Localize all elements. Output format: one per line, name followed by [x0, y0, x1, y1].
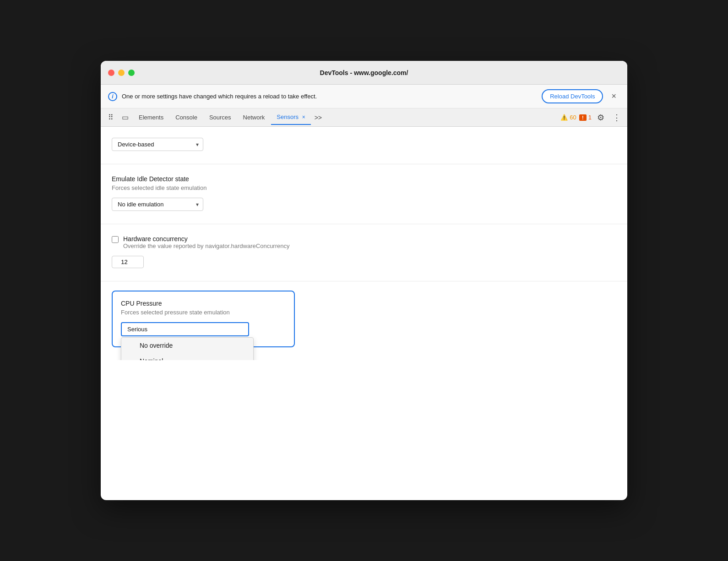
- location-dropdown-wrapper: Device-based Custom location No override…: [112, 138, 203, 151]
- settings-button[interactable]: ⚙: [594, 111, 607, 124]
- cpu-pressure-section: CPU Pressure Forces selected pressure st…: [101, 281, 627, 360]
- idle-detector-title: Emulate Idle Detector state: [112, 175, 616, 183]
- hardware-concurrency-section: Hardware concurrency Override the value …: [101, 224, 627, 281]
- hardware-concurrency-label-group: Hardware concurrency Override the value …: [123, 235, 289, 249]
- title-bar: DevTools - www.google.com/: [101, 61, 627, 85]
- cpu-pressure-box: CPU Pressure Forces selected pressure st…: [112, 291, 295, 347]
- error-square-icon: !: [579, 114, 587, 121]
- hardware-concurrency-input[interactable]: 12: [112, 256, 144, 268]
- devtools-window: DevTools - www.google.com/ i One or more…: [101, 61, 627, 500]
- warning-count: 60: [570, 114, 576, 121]
- hardware-concurrency-label: Hardware concurrency: [123, 235, 289, 243]
- notification-message: One or more settings have changed which …: [122, 93, 537, 100]
- tab-sensors-close[interactable]: ×: [302, 114, 305, 120]
- content-area: Device-based Custom location No override…: [101, 127, 627, 360]
- minimize-window-button[interactable]: [118, 70, 125, 76]
- idle-detector-desc: Forces selected idle state emulation: [112, 184, 616, 191]
- notification-close-button[interactable]: ×: [608, 90, 620, 103]
- nominal-label: Nominal: [140, 357, 163, 360]
- cpu-pressure-dropdown-menu: No override Nominal Fair ✓ Serious: [121, 337, 254, 360]
- hardware-concurrency-row: Hardware concurrency Override the value …: [112, 235, 616, 249]
- tab-console[interactable]: Console: [170, 110, 203, 124]
- idle-detector-dropdown[interactable]: No idle emulation Active, Locked Active,…: [112, 198, 203, 211]
- dropdown-item-no-override[interactable]: No override: [121, 338, 253, 353]
- reload-devtools-button[interactable]: Reload DevTools: [542, 89, 603, 103]
- location-dropdown[interactable]: Device-based Custom location No override: [112, 138, 203, 151]
- idle-dropdown-wrapper: No idle emulation Active, Locked Active,…: [112, 198, 203, 211]
- cpu-pressure-dropdown[interactable]: Serious: [121, 322, 249, 336]
- errors-button[interactable]: ! 1: [579, 114, 592, 121]
- tab-bar-right: ⚠️ 60 ! 1 ⚙ ⋮: [560, 111, 624, 124]
- cpu-pressure-title: CPU Pressure: [121, 300, 286, 307]
- tab-network[interactable]: Network: [238, 110, 271, 124]
- info-icon: i: [108, 92, 117, 101]
- dropdown-item-nominal[interactable]: Nominal: [121, 353, 253, 360]
- window-controls: [108, 70, 135, 76]
- maximize-window-button[interactable]: [128, 70, 135, 76]
- close-window-button[interactable]: [108, 70, 114, 76]
- window-title: DevTools - www.google.com/: [320, 69, 408, 76]
- tab-sensors[interactable]: Sensors ×: [271, 110, 310, 125]
- error-count: 1: [588, 114, 592, 121]
- tab-elements[interactable]: Elements: [133, 110, 169, 124]
- hardware-concurrency-checkbox[interactable]: [112, 236, 119, 243]
- warnings-button[interactable]: ⚠️ 60: [560, 114, 576, 121]
- device-toolbar-icon[interactable]: ▭: [118, 110, 132, 124]
- more-options-button[interactable]: ⋮: [610, 111, 624, 124]
- location-section: Device-based Custom location No override…: [101, 127, 627, 164]
- warning-triangle-icon: ⚠️: [560, 114, 568, 121]
- no-override-label: No override: [140, 342, 173, 349]
- inspect-element-icon[interactable]: ⠿: [104, 110, 117, 124]
- tab-bar: ⠿ ▭ Elements Console Sources Network Sen…: [101, 108, 627, 127]
- tab-sources[interactable]: Sources: [204, 110, 237, 124]
- hardware-concurrency-desc: Override the value reported by navigator…: [123, 243, 289, 249]
- notification-bar: i One or more settings have changed whic…: [101, 85, 627, 108]
- more-tabs-button[interactable]: >>: [312, 112, 325, 123]
- cpu-pressure-desc: Forces selected pressure state emulation: [121, 309, 286, 316]
- idle-detector-section: Emulate Idle Detector state Forces selec…: [101, 164, 627, 224]
- cpu-pressure-dropdown-wrapper: Serious No override Nominal: [121, 322, 249, 336]
